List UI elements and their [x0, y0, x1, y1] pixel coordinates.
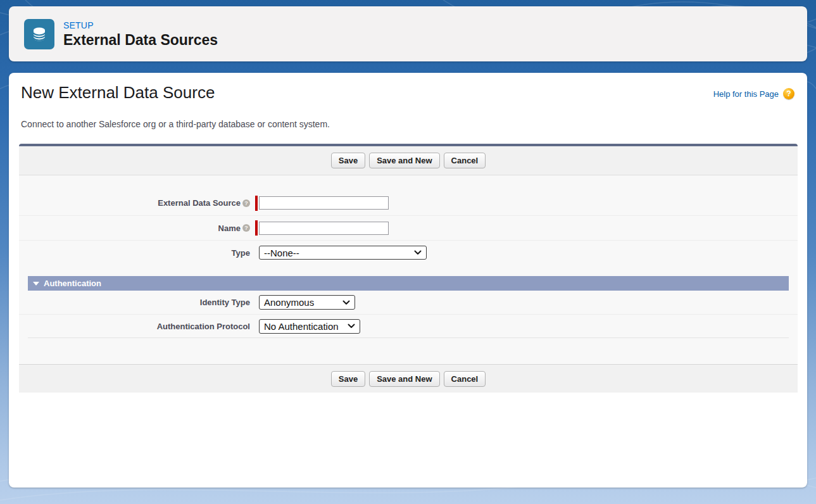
authentication-protocol-label: Authentication Protocol: [157, 322, 250, 331]
name-row: Name ?: [19, 215, 798, 240]
save-button[interactable]: Save: [331, 153, 365, 168]
chevron-down-icon: [348, 324, 355, 329]
page-header-title: External Data Sources: [63, 31, 218, 49]
main-content-card: New External Data Source Help for this P…: [9, 73, 807, 488]
cancel-button[interactable]: Cancel: [444, 153, 486, 168]
save-and-new-button[interactable]: Save and New: [369, 371, 439, 387]
help-area: Help for this Page ?: [713, 88, 794, 99]
external-data-source-control-cell: [255, 196, 798, 211]
form-spacer: [19, 175, 798, 191]
type-row: Type --None--: [19, 240, 798, 265]
authentication-protocol-select[interactable]: No Authentication: [259, 319, 360, 334]
identity-type-row: Identity Type Anonymous: [19, 291, 798, 314]
authentication-protocol-control-cell: No Authentication: [255, 319, 798, 334]
question-mark-circle-icon[interactable]: ?: [242, 224, 250, 232]
chevron-down-icon: [414, 250, 422, 255]
required-indicator: [255, 196, 258, 211]
chevron-down-icon: [342, 300, 350, 305]
authentication-protocol-label-cell: Authentication Protocol: [19, 322, 255, 331]
required-indicator: [255, 220, 258, 236]
name-control-cell: [255, 220, 798, 236]
type-label: Type: [232, 248, 250, 258]
external-data-source-label: External Data Source: [158, 198, 241, 208]
name-input[interactable]: [259, 222, 389, 235]
new-external-data-source-form: Save Save and New Cancel External Data S…: [19, 144, 798, 393]
name-label-cell: Name ?: [19, 224, 255, 233]
external-data-source-row: External Data Source ?: [19, 191, 798, 215]
identity-type-label-cell: Identity Type: [19, 298, 255, 307]
authentication-section-header[interactable]: Authentication: [28, 276, 789, 291]
type-control-cell: --None--: [255, 246, 798, 260]
identity-type-control-cell: Anonymous: [255, 295, 798, 310]
setup-header-card: SETUP External Data Sources: [9, 6, 807, 61]
save-button[interactable]: Save: [331, 371, 365, 387]
name-label: Name: [218, 224, 241, 233]
type-label-cell: Type: [19, 248, 255, 258]
triangle-down-icon[interactable]: [33, 282, 39, 286]
identity-type-select-value: Anonymous: [264, 297, 314, 308]
external-data-source-input[interactable]: [259, 196, 389, 210]
type-select[interactable]: --None--: [259, 246, 427, 260]
page-description: Connect to another Salesforce org or a t…: [21, 119, 330, 129]
type-select-value: --None--: [264, 248, 299, 258]
authentication-section-title: Authentication: [44, 279, 101, 288]
setup-breadcrumb: SETUP: [63, 20, 218, 31]
question-mark-circle-icon[interactable]: ?: [242, 199, 250, 207]
external-data-source-icon-box: [24, 19, 54, 49]
external-data-source-label-cell: External Data Source ?: [19, 198, 255, 208]
top-button-bar: Save Save and New Cancel: [19, 146, 798, 175]
form-spacer: [19, 338, 798, 364]
cancel-button[interactable]: Cancel: [444, 371, 486, 387]
identity-type-label: Identity Type: [200, 298, 250, 307]
help-for-this-page-link[interactable]: Help for this Page: [713, 89, 779, 99]
identity-type-select[interactable]: Anonymous: [259, 295, 355, 310]
bottom-button-bar: Save Save and New Cancel: [19, 364, 798, 393]
page-title: New External Data Source: [21, 83, 215, 103]
question-mark-circle-icon[interactable]: ?: [783, 88, 794, 99]
save-and-new-button[interactable]: Save and New: [369, 153, 439, 168]
authentication-protocol-select-value: No Authentication: [264, 321, 339, 332]
authentication-protocol-row: Authentication Protocol No Authenticatio…: [19, 314, 798, 337]
database-icon: [30, 25, 48, 43]
